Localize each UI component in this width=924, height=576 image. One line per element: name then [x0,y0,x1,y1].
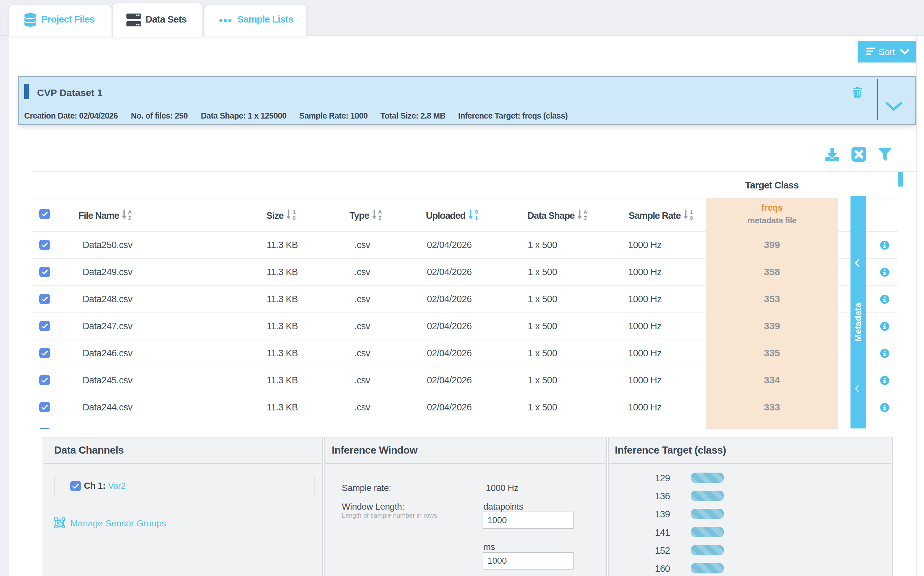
svg-text:A: A [128,210,132,215]
svg-text:1: 1 [690,210,693,215]
svg-text:1: 1 [293,210,296,215]
svg-text:A: A [584,210,587,215]
svg-text:Z: Z [584,216,587,221]
svg-text:1: 1 [475,216,478,221]
svg-text:9: 9 [293,216,296,221]
svg-text:9: 9 [475,210,478,215]
svg-text:Z: Z [128,216,132,221]
svg-text:9: 9 [690,216,693,221]
svg-text:Z: Z [378,216,382,221]
svg-text:A: A [378,210,382,215]
